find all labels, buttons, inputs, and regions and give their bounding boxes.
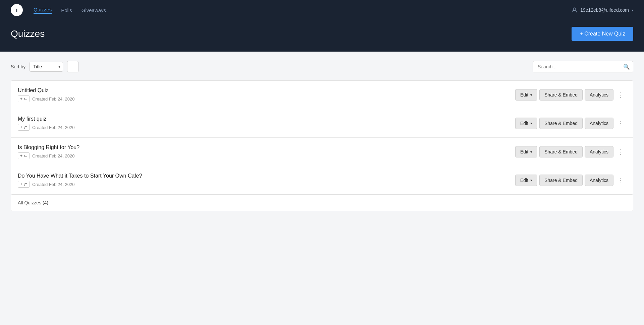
sort-left: Sort by Title ↓ — [11, 61, 78, 72]
add-tag-button[interactable]: + 🏷 — [18, 181, 30, 188]
search-input[interactable] — [533, 61, 633, 72]
quiz-meta: + 🏷 Created Feb 24, 2020 — [18, 124, 515, 131]
chevron-down-icon: ▾ — [530, 121, 532, 126]
share-embed-button[interactable]: Share & Embed — [539, 89, 583, 101]
edit-button[interactable]: Edit ▾ — [515, 175, 537, 186]
search-icon: 🔍 — [623, 64, 630, 70]
analytics-button[interactable]: Analytics — [585, 89, 613, 101]
quiz-actions: Edit ▾ Share & Embed Analytics ⋮ — [515, 118, 626, 129]
analytics-button[interactable]: Analytics — [585, 118, 613, 129]
user-icon — [571, 7, 578, 13]
tag-icon: 🏷 — [23, 154, 27, 158]
chevron-down-icon: ▾ — [530, 93, 532, 97]
chevron-down-icon: ▾ — [632, 8, 633, 12]
quiz-meta: + 🏷 Created Feb 24, 2020 — [18, 95, 515, 102]
quiz-meta: + 🏷 Created Feb 24, 2020 — [18, 152, 515, 159]
tag-icon: 🏷 — [23, 125, 27, 129]
nav-link-quizzes[interactable]: Quizzes — [34, 7, 52, 14]
quiz-date: Created Feb 24, 2020 — [32, 153, 74, 158]
edit-button[interactable]: Edit ▾ — [515, 89, 537, 101]
quiz-item: Do You Have What it Takes to Start Your … — [11, 166, 633, 194]
chevron-down-icon: ▾ — [530, 178, 532, 183]
plus-icon: + — [20, 125, 22, 130]
plus-icon: + — [20, 96, 22, 101]
quiz-date: Created Feb 24, 2020 — [32, 182, 74, 187]
quiz-actions: Edit ▾ Share & Embed Analytics ⋮ — [515, 89, 626, 101]
add-tag-button[interactable]: + 🏷 — [18, 95, 30, 102]
sort-order-button[interactable]: ↓ — [67, 61, 78, 72]
tag-icon: 🏷 — [23, 97, 27, 101]
quiz-list: Untitled Quiz + 🏷 Created Feb 24, 2020 E… — [11, 80, 633, 195]
nav-user[interactable]: 19e12eb8@uifeed.com ▾ — [571, 7, 633, 13]
quiz-info: Untitled Quiz + 🏷 Created Feb 24, 2020 — [18, 87, 515, 102]
search-wrapper: 🔍 — [533, 61, 633, 72]
quiz-name: My first quiz — [18, 116, 515, 122]
quiz-actions: Edit ▾ Share & Embed Analytics ⋮ — [515, 146, 626, 157]
share-embed-button[interactable]: Share & Embed — [539, 146, 583, 157]
edit-label: Edit — [520, 92, 528, 97]
sort-bar: Sort by Title ↓ 🔍 — [11, 61, 633, 72]
more-options-button[interactable]: ⋮ — [615, 147, 626, 156]
edit-label: Edit — [520, 121, 528, 126]
quiz-item: Untitled Quiz + 🏷 Created Feb 24, 2020 E… — [11, 81, 633, 109]
quiz-date: Created Feb 24, 2020 — [32, 125, 74, 130]
sort-label: Sort by — [11, 64, 25, 69]
plus-icon: + — [20, 153, 22, 158]
analytics-button[interactable]: Analytics — [585, 175, 613, 186]
share-embed-button[interactable]: Share & Embed — [539, 118, 583, 129]
quiz-item: Is Blogging Right for You? + 🏷 Created F… — [11, 138, 633, 166]
more-options-button[interactable]: ⋮ — [615, 176, 626, 185]
add-tag-button[interactable]: + 🏷 — [18, 124, 30, 131]
edit-button[interactable]: Edit ▾ — [515, 146, 537, 157]
content-area: Sort by Title ↓ 🔍 Untitled Quiz + 🏷 — [0, 52, 644, 220]
svg-point-0 — [573, 8, 576, 10]
quiz-name: Is Blogging Right for You? — [18, 144, 515, 150]
more-options-button[interactable]: ⋮ — [615, 119, 626, 128]
quiz-name: Do You Have What it Takes to Start Your … — [18, 173, 515, 179]
edit-button[interactable]: Edit ▾ — [515, 118, 537, 129]
nav-link-polls[interactable]: Polls — [61, 7, 72, 13]
add-tag-button[interactable]: + 🏷 — [18, 152, 30, 159]
page-header: Quizzes + Create New Quiz — [0, 20, 644, 52]
quiz-meta: + 🏷 Created Feb 24, 2020 — [18, 181, 515, 188]
nav-links: Quizzes Polls Giveaways — [34, 7, 560, 14]
quiz-info: My first quiz + 🏷 Created Feb 24, 2020 — [18, 116, 515, 131]
chevron-down-icon: ▾ — [530, 150, 532, 154]
tag-icon: 🏷 — [23, 182, 27, 186]
quiz-date: Created Feb 24, 2020 — [32, 96, 74, 102]
nav-logo: i — [11, 4, 23, 16]
page-title: Quizzes — [11, 28, 45, 39]
quiz-name: Untitled Quiz — [18, 87, 515, 93]
edit-label: Edit — [520, 149, 528, 154]
more-options-button[interactable]: ⋮ — [615, 90, 626, 100]
navbar: i Quizzes Polls Giveaways 19e12eb8@uifee… — [0, 0, 644, 20]
edit-label: Edit — [520, 178, 528, 183]
plus-icon: + — [20, 182, 22, 187]
quiz-actions: Edit ▾ Share & Embed Analytics ⋮ — [515, 175, 626, 186]
quiz-count: All Quizzes (4) — [11, 195, 633, 211]
nav-link-giveaways[interactable]: Giveaways — [82, 7, 106, 13]
quiz-item: My first quiz + 🏷 Created Feb 24, 2020 E… — [11, 109, 633, 138]
sort-select-wrapper: Title — [30, 62, 63, 72]
create-new-quiz-button[interactable]: + Create New Quiz — [572, 27, 633, 41]
user-email: 19e12eb8@uifeed.com — [580, 7, 629, 13]
analytics-button[interactable]: Analytics — [585, 146, 613, 157]
sort-select[interactable]: Title — [30, 62, 63, 72]
quiz-info: Is Blogging Right for You? + 🏷 Created F… — [18, 144, 515, 159]
quiz-info: Do You Have What it Takes to Start Your … — [18, 173, 515, 188]
share-embed-button[interactable]: Share & Embed — [539, 175, 583, 186]
